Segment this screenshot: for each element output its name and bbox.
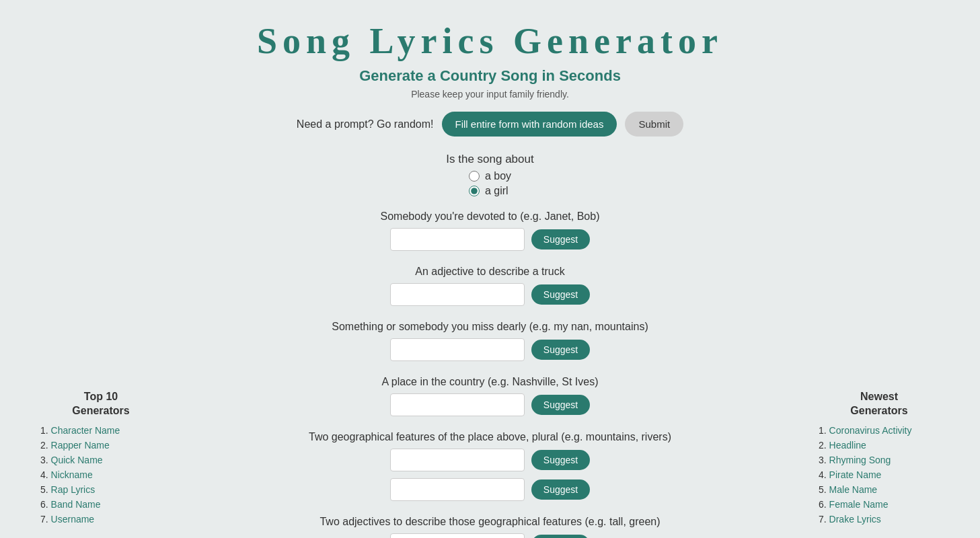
suggest-place-button[interactable]: Suggest	[531, 395, 590, 415]
list-item: 6. Band Name	[40, 499, 161, 510]
suggest-miss-button[interactable]: Suggest	[531, 340, 590, 360]
sidebar-link-username[interactable]: Username	[51, 514, 95, 525]
suggest-geo2-button[interactable]: Suggest	[531, 479, 590, 500]
sidebar-right-list: 1. Coronavirus Activity 2. Headline 3. R…	[819, 425, 940, 525]
list-item: 7. Drake Lyrics	[819, 514, 940, 525]
random-row: Need a prompt? Go random! Fill entire fo…	[297, 112, 683, 137]
gender-radio-girl[interactable]	[469, 186, 480, 196]
field-label-place: A place in the country (e.g. Nashville, …	[382, 376, 599, 388]
input-place[interactable]	[390, 393, 525, 416]
gender-girl-label: a girl	[485, 185, 508, 197]
field-label-miss: Something or somebody you miss dearly (e…	[332, 321, 648, 333]
disclaimer: Please keep your input family friendly.	[411, 89, 569, 100]
sidebar-right-title: NewestGenerators	[819, 390, 940, 418]
input-row-devoted: Suggest	[390, 228, 590, 251]
list-item: 3. Quick Name	[40, 455, 161, 465]
list-item: 2. Rapper Name	[40, 440, 161, 451]
list-item: 3. Rhyming Song	[819, 455, 940, 465]
gender-question-label: Is the song about	[446, 153, 533, 166]
input-devoted[interactable]	[390, 228, 525, 251]
field-geo-features: Two geographical features of the place a…	[255, 431, 726, 501]
input-row-geoadj1: Suggest	[390, 533, 590, 538]
list-item: 2. Headline	[819, 440, 940, 451]
sidebar-link-character-name[interactable]: Character Name	[51, 425, 120, 436]
list-item: 1. Coronavirus Activity	[819, 425, 940, 436]
sidebar-left-title: Top 10Generators	[40, 390, 161, 418]
field-truck-adjective: An adjective to describe a truck Suggest	[255, 266, 726, 306]
page-wrapper: Song Lyrics Generator Generate a Country…	[0, 0, 980, 538]
page-title: Song Lyrics Generator	[257, 20, 723, 62]
list-item: 6. Female Name	[819, 499, 940, 510]
suggest-geo1-button[interactable]: Suggest	[531, 450, 590, 470]
suggest-truck-button[interactable]: Suggest	[531, 284, 590, 305]
field-geo-adjectives: Two adjectives to describe those geograp…	[255, 516, 726, 538]
input-miss[interactable]	[390, 338, 525, 361]
sidebar-link-headline[interactable]: Headline	[829, 440, 866, 451]
sidebar-link-rapper-name[interactable]: Rapper Name	[51, 440, 110, 451]
sidebar-link-rhyming-song[interactable]: Rhyming Song	[829, 455, 891, 465]
field-devoted-to: Somebody you're devoted to (e.g. Janet, …	[255, 210, 726, 251]
sidebar-link-male-name[interactable]: Male Name	[829, 484, 878, 495]
form-section: Is the song about a boy a girl Somebody …	[255, 153, 726, 538]
field-label-geo: Two geographical features of the place a…	[309, 431, 671, 443]
input-row-geo1: Suggest	[390, 449, 590, 471]
sidebar-link-rap-lyrics[interactable]: Rap Lyrics	[51, 484, 96, 495]
input-geoadj1[interactable]	[390, 533, 525, 538]
sidebar-link-quick-name[interactable]: Quick Name	[51, 455, 103, 465]
input-row-miss: Suggest	[390, 338, 590, 361]
sidebar-link-nickname[interactable]: Nickname	[51, 469, 93, 480]
subtitle: Generate a Country Song in Seconds	[359, 67, 621, 85]
random-label: Need a prompt? Go random!	[297, 118, 434, 130]
suggest-devoted-button[interactable]: Suggest	[531, 229, 590, 249]
sidebar-right: NewestGenerators 1. Coronavirus Activity…	[819, 390, 940, 529]
field-label-geo-adj: Two adjectives to describe those geograp…	[319, 516, 660, 528]
input-row-geo2: Suggest	[390, 478, 590, 501]
sidebar-left: Top 10Generators 1. Character Name 2. Ra…	[40, 390, 161, 529]
field-place: A place in the country (e.g. Nashville, …	[255, 376, 726, 416]
sidebar-left-list: 1. Character Name 2. Rapper Name 3. Quic…	[40, 425, 161, 525]
list-item: 5. Rap Lyrics	[40, 484, 161, 495]
list-item: 1. Character Name	[40, 425, 161, 436]
input-truck[interactable]	[390, 283, 525, 306]
field-label-devoted: Somebody you're devoted to (e.g. Janet, …	[381, 210, 600, 223]
list-item: 4. Pirate Name	[819, 469, 940, 480]
field-label-truck: An adjective to describe a truck	[415, 266, 564, 278]
gender-option-girl[interactable]: a girl	[469, 185, 508, 197]
input-geo1[interactable]	[390, 449, 525, 471]
list-item: 5. Male Name	[819, 484, 940, 495]
gender-options: a boy a girl	[469, 170, 511, 200]
input-row-truck: Suggest	[390, 283, 590, 306]
submit-button[interactable]: Submit	[625, 112, 683, 137]
gender-radio-boy[interactable]	[469, 171, 480, 182]
sidebar-link-female-name[interactable]: Female Name	[829, 499, 889, 510]
gender-boy-label: a boy	[485, 170, 511, 182]
list-item: 4. Nickname	[40, 469, 161, 480]
input-row-place: Suggest	[390, 393, 590, 416]
sidebar-link-coronavirus[interactable]: Coronavirus Activity	[829, 425, 912, 436]
gender-question: Is the song about a boy a girl	[446, 153, 533, 200]
fill-random-button[interactable]: Fill entire form with random ideas	[442, 112, 617, 137]
suggest-geoadj1-button[interactable]: Suggest	[531, 535, 590, 538]
field-miss-dearly: Something or somebody you miss dearly (e…	[255, 321, 726, 361]
sidebar-link-band-name[interactable]: Band Name	[51, 499, 101, 510]
list-item: 7. Username	[40, 514, 161, 525]
gender-option-boy[interactable]: a boy	[469, 170, 511, 182]
sidebar-link-drake-lyrics[interactable]: Drake Lyrics	[829, 514, 881, 525]
input-geo2[interactable]	[390, 478, 525, 501]
sidebar-link-pirate-name[interactable]: Pirate Name	[829, 469, 882, 480]
